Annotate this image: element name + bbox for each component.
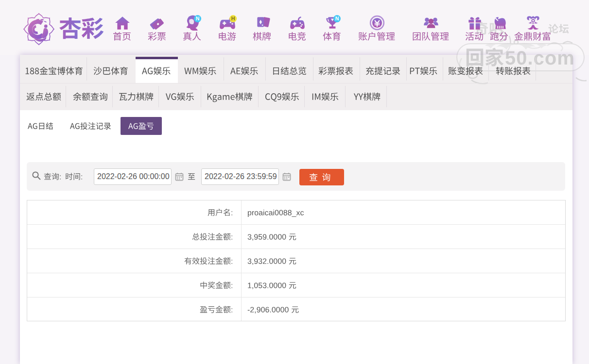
svg-text:N: N [196,16,200,21]
svg-text:H: H [231,16,235,21]
svg-text:N: N [335,16,339,21]
